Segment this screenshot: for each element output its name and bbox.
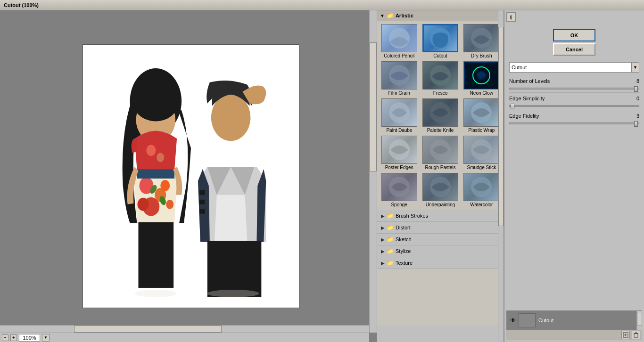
filter-select-row: Cutout Colored Pencil Dry Brush ▼ xyxy=(506,62,642,73)
new-layer-button[interactable] xyxy=(621,331,630,339)
filter-item-colored-pencil[interactable]: Colored Pencil xyxy=(379,23,419,59)
filter-item-sponge[interactable]: Sponge xyxy=(379,172,419,208)
layer-name: Cutout xyxy=(538,318,634,323)
svg-rect-0 xyxy=(83,45,299,308)
zoom-dropdown-button[interactable]: ▼ xyxy=(42,334,50,342)
number-of-levels-thumb[interactable] xyxy=(634,86,638,92)
brush-strokes-section[interactable]: ▶ 📁 Brush Strokes xyxy=(377,210,504,222)
collapse-area: ⟪ xyxy=(506,12,642,24)
collapse-panel-button[interactable]: ⟪ xyxy=(506,12,516,22)
filter-thumb-watercolor xyxy=(463,173,499,201)
filter-name-colored-pencil: Colored Pencil xyxy=(384,53,414,58)
canvas-area xyxy=(14,24,367,328)
ok-button[interactable]: OK xyxy=(553,29,595,41)
filter-item-rough-pastels[interactable]: Rough Pastels xyxy=(420,135,460,171)
filter-thumb-film-grain xyxy=(381,61,417,90)
svg-point-3 xyxy=(132,79,179,122)
filter-thumb-palette-knife xyxy=(422,98,458,127)
settings-spacer xyxy=(506,129,642,310)
edge-simplicity-thumb[interactable] xyxy=(511,104,514,109)
layer-buttons xyxy=(506,330,642,340)
artwork-svg xyxy=(83,44,299,308)
distort-section[interactable]: ▶ 📁 Distort xyxy=(377,222,504,234)
filter-name-paint-daubs: Paint Daubs xyxy=(386,128,412,133)
edge-simplicity-value: 0 xyxy=(625,96,639,101)
sketch-section[interactable]: ▶ 📁 Sketch xyxy=(377,234,504,245)
brush-strokes-label: Brush Strokes xyxy=(396,213,428,219)
filter-item-smudge-stick[interactable]: Smudge Stick xyxy=(462,135,502,171)
svg-rect-40 xyxy=(634,334,638,337)
filter-thumb-smudge-stick xyxy=(463,136,499,164)
number-of-levels-track xyxy=(509,88,639,90)
svg-point-17 xyxy=(157,153,164,162)
filter-item-fresco[interactable]: Fresco xyxy=(420,60,460,97)
edge-simplicity-track xyxy=(509,105,639,107)
number-of-levels-label: Number of Levels xyxy=(509,78,625,84)
layer-panel-scrollbar[interactable] xyxy=(636,311,642,330)
filter-panel-scrollbar[interactable] xyxy=(498,10,504,342)
svg-point-7 xyxy=(160,180,170,191)
filter-thumb-colored-pencil xyxy=(381,24,417,52)
sketch-arrow: ▶ xyxy=(381,237,385,242)
filter-name-film-grain: Film Grain xyxy=(388,90,410,96)
svg-rect-12 xyxy=(137,169,174,179)
zoom-input[interactable]: 100% xyxy=(19,334,40,342)
filter-item-film-grain[interactable]: Film Grain xyxy=(379,60,419,97)
delete-layer-button[interactable] xyxy=(632,331,640,339)
zoom-minus-button[interactable]: − xyxy=(2,334,8,341)
settings-panel: ⟪ OK Cancel Cutout Colored Pencil Dry Br… xyxy=(504,10,644,342)
filter-item-underpainting[interactable]: Underpainting xyxy=(420,172,460,208)
svg-point-18 xyxy=(134,290,177,297)
filter-item-paint-daubs[interactable]: Paint Daubs xyxy=(379,98,419,134)
filter-item-dry-brush[interactable]: Dry Brush xyxy=(462,23,502,59)
layer-visibility-toggle[interactable]: 👁 xyxy=(509,317,517,324)
filter-select[interactable]: Cutout Colored Pencil Dry Brush xyxy=(509,62,632,73)
svg-point-19 xyxy=(207,290,259,297)
filter-name-rough-pastels: Rough Pastels xyxy=(425,165,455,170)
brush-strokes-arrow: ▶ xyxy=(381,213,385,219)
vertical-scrollbar[interactable] xyxy=(369,10,377,333)
filter-item-palette-knife[interactable]: Palette Knife xyxy=(420,98,460,134)
zoom-plus-button[interactable]: + xyxy=(10,334,17,341)
filter-name-plastic-wrap: Plastic Wrap xyxy=(468,128,495,133)
distort-folder-icon: 📁 xyxy=(387,224,394,231)
filter-item-watercolor[interactable]: Watercolor xyxy=(462,172,502,208)
number-of-levels-slider[interactable] xyxy=(509,88,639,90)
cancel-button[interactable]: Cancel xyxy=(553,43,595,56)
filter-item-neon-glow[interactable]: Neon Glow xyxy=(462,60,502,97)
layer-content: 👁 Cutout xyxy=(506,311,636,330)
filter-item-cutout[interactable]: Cutout xyxy=(420,23,460,59)
edge-fidelity-slider[interactable] xyxy=(509,122,639,124)
filter-grid: Colored Pencil Cutout Dry Brush xyxy=(377,21,504,210)
filter-name-smudge-stick: Smudge Stick xyxy=(467,165,496,170)
edge-simplicity-row: Edge Simplicity 0 xyxy=(509,96,639,101)
texture-section[interactable]: ▶ 📁 Texture xyxy=(377,257,504,269)
edge-simplicity-slider[interactable] xyxy=(509,105,639,107)
edge-fidelity-thumb[interactable] xyxy=(634,121,638,127)
filter-name-palette-knife: Palette Knife xyxy=(427,128,454,133)
artistic-folder-icon: 📁 xyxy=(387,12,394,19)
filter-thumb-dry-brush xyxy=(463,24,499,52)
sketch-label: Sketch xyxy=(396,236,412,242)
action-buttons: OK Cancel xyxy=(506,27,642,57)
filter-thumb-poster-edges xyxy=(381,136,417,164)
texture-arrow: ▶ xyxy=(381,261,385,266)
artistic-section-header[interactable]: ▼ 📁 Artistic xyxy=(377,10,504,21)
filter-thumb-underpainting xyxy=(422,173,458,201)
canvas-image xyxy=(83,44,299,308)
stylize-arrow: ▶ xyxy=(381,249,385,254)
filter-panel-scroll[interactable]: ▼ 📁 Artistic Colored Pencil xyxy=(377,10,504,342)
horizontal-scrollbar[interactable] xyxy=(0,325,369,333)
main-container: − + 100% ▼ ▼ 📁 Artistic C xyxy=(0,10,644,342)
filter-name-sponge: Sponge xyxy=(391,202,407,207)
empty-filter-area xyxy=(377,269,504,326)
filter-thumb-cutout xyxy=(422,24,458,52)
zoom-bar: − + 100% ▼ xyxy=(0,333,369,342)
filter-name-cutout: Cutout xyxy=(433,53,447,58)
filter-thumb-rough-pastels xyxy=(422,136,458,164)
stylize-section[interactable]: ▶ 📁 Stylize xyxy=(377,245,504,257)
filter-select-arrow[interactable]: ▼ xyxy=(632,62,639,73)
filter-name-neon-glow: Neon Glow xyxy=(470,90,493,96)
filter-item-plastic-wrap[interactable]: Plastic Wrap xyxy=(462,98,502,134)
filter-item-poster-edges[interactable]: Poster Edges xyxy=(379,135,419,171)
